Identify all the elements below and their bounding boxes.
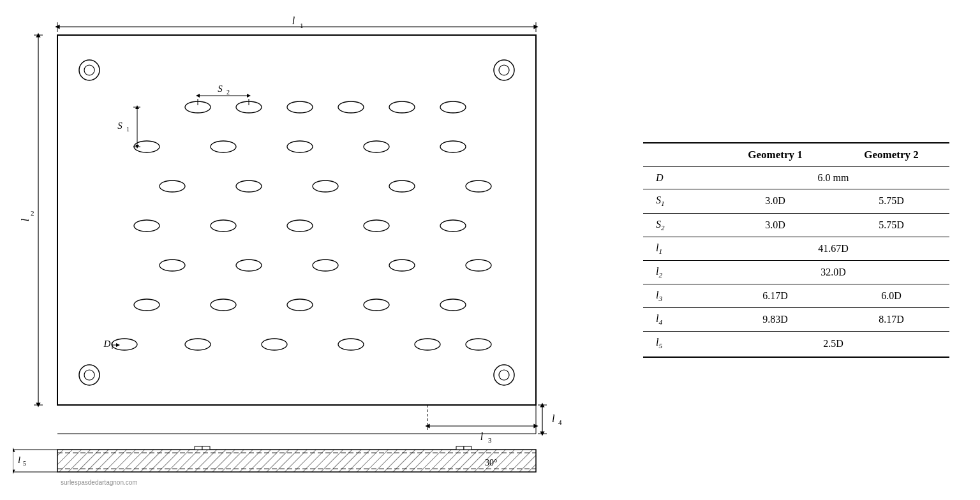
svg-point-22 [287,101,313,113]
svg-text:l: l [480,431,484,442]
svg-point-63 [262,339,287,350]
svg-point-65 [415,339,440,350]
svg-text:30°: 30° [485,458,498,467]
val-l3-geo1: 6.17D [717,284,833,308]
watermark: surlespasdedartagnon.com [61,479,138,486]
svg-text:5: 5 [23,460,26,467]
svg-text:l: l [552,413,555,424]
svg-point-59 [364,299,389,311]
svg-point-35 [440,141,466,152]
svg-point-54 [389,260,415,271]
svg-rect-91 [456,446,464,450]
svg-point-45 [466,180,491,192]
svg-point-50 [440,220,466,232]
param-s2: S2 [643,213,717,237]
val-l4-geo1: 9.83D [717,308,833,332]
svg-point-58 [287,299,313,311]
svg-point-44 [389,180,415,192]
svg-text:D: D [103,339,111,349]
svg-point-42 [236,180,262,192]
col-header-geo1: Geometry 1 [717,143,833,167]
svg-point-47 [211,220,236,232]
svg-point-51 [160,260,185,271]
svg-point-13 [84,65,94,75]
param-l4: l4 [643,308,717,332]
col-header-geo2: Geometry 2 [833,143,949,167]
val-s2-geo2: 5.75D [833,213,949,237]
svg-point-34 [364,141,389,152]
param-l2: l2 [643,260,717,284]
svg-text:1: 1 [126,126,130,133]
svg-point-43 [313,180,338,192]
table-row: l2 32.0D [643,260,949,284]
svg-rect-90 [202,446,210,450]
svg-point-52 [236,260,262,271]
svg-point-55 [466,260,491,271]
val-s1-geo1: 3.0D [717,189,833,213]
svg-point-49 [364,220,389,232]
svg-point-48 [287,220,313,232]
table-row: l4 9.83D 8.17D [643,308,949,332]
svg-point-41 [160,180,185,192]
param-s1: S1 [643,189,717,213]
svg-point-64 [338,339,364,350]
svg-text:1: 1 [300,22,304,29]
svg-point-23 [338,101,364,113]
col-header-param [643,143,717,167]
svg-point-15 [499,65,509,75]
svg-point-66 [466,339,491,350]
svg-text:l: l [20,218,31,221]
table-row: D 6.0 mm [643,167,949,189]
svg-point-46 [134,220,160,232]
svg-text:3: 3 [488,436,492,444]
svg-point-25 [440,101,466,113]
svg-point-19 [499,370,509,380]
val-l1: 41.67D [717,237,949,260]
svg-point-53 [313,260,338,271]
svg-point-17 [84,370,94,380]
geometry-table: Geometry 1 Geometry 2 D 6.0 mm S1 3.0D 5… [643,142,949,357]
param-d: D [643,167,717,189]
val-l5: 2.5D [717,332,949,357]
svg-point-24 [389,101,415,113]
table-row: l5 2.5D [643,332,949,357]
svg-text:4: 4 [558,418,562,426]
table-section: Geometry 1 Geometry 2 D 6.0 mm S1 3.0D 5… [612,0,980,500]
svg-point-62 [185,339,211,350]
val-s1-geo2: 5.75D [833,189,949,213]
technical-drawing: l 1 l 2 S 2 [13,13,600,500]
svg-text:S: S [117,121,122,131]
val-d: 6.0 mm [717,167,949,189]
svg-text:2: 2 [31,209,34,217]
svg-point-60 [440,299,466,311]
svg-point-33 [287,141,313,152]
svg-rect-89 [195,446,202,450]
svg-point-56 [134,299,160,311]
svg-rect-92 [464,446,471,450]
param-l1: l1 [643,237,717,260]
svg-point-61 [112,339,137,350]
table-row: S1 3.0D 5.75D [643,189,949,213]
table-row: l3 6.17D 6.0D [643,284,949,308]
val-l4-geo2: 8.17D [833,308,949,332]
table-row: l1 41.67D [643,237,949,260]
val-l2: 32.0D [717,260,949,284]
diagram-section: l 1 l 2 S 2 [0,0,612,500]
svg-point-32 [211,141,236,152]
svg-text:l: l [18,455,20,465]
val-l3-geo2: 6.0D [833,284,949,308]
svg-text:l: l [292,15,295,26]
svg-text:S: S [218,84,223,94]
svg-text:2: 2 [226,89,230,96]
param-l5: l5 [643,332,717,357]
svg-point-57 [211,299,236,311]
table-header-row: Geometry 1 Geometry 2 [643,143,949,167]
param-l3: l3 [643,284,717,308]
table-row: S2 3.0D 5.75D [643,213,949,237]
val-s2-geo1: 3.0D [717,213,833,237]
